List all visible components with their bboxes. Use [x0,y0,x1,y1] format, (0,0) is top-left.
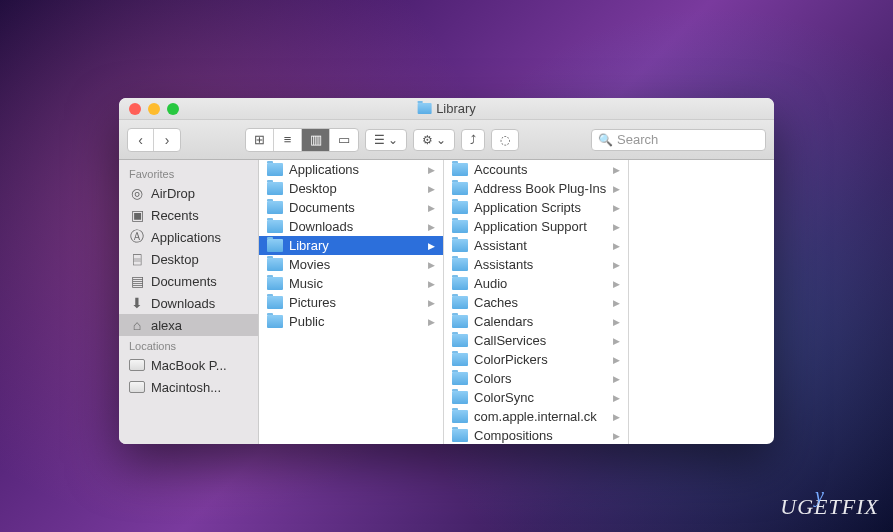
chevron-down-icon: ⌄ [436,133,446,147]
arrange-button[interactable]: ☰ ⌄ [365,129,407,151]
column-item-colors[interactable]: Colors▶ [444,369,628,388]
column-item-music[interactable]: Music▶ [259,274,443,293]
finder-window: Library ‹ › ⊞ ≡ ▥ ▭ ☰ ⌄ ⚙ ⌄ ⤴ ◌ 🔍 [119,98,774,444]
column-item-accounts[interactable]: Accounts▶ [444,160,628,179]
icon-view-button[interactable]: ⊞ [246,129,274,151]
chevron-right-icon: ▶ [428,317,435,327]
folder-icon [267,163,283,176]
column-item-application-scripts[interactable]: Application Scripts▶ [444,198,628,217]
folder-icon [267,258,283,271]
tags-icon: ◌ [500,133,510,147]
folder-icon [267,239,283,252]
folder-icon [452,182,468,195]
chevron-down-icon: ⌄ [388,133,398,147]
chevron-right-icon: ▶ [613,317,620,327]
sidebar-item-alexa[interactable]: ⌂alexa [119,314,258,336]
nav-buttons: ‹ › [127,128,181,152]
back-button[interactable]: ‹ [128,129,154,151]
column-item-desktop[interactable]: Desktop▶ [259,179,443,198]
column-item-label: CallServices [474,333,546,348]
list-view-button[interactable]: ≡ [274,129,302,151]
column-item-calendars[interactable]: Calendars▶ [444,312,628,331]
sidebar-item-desktop[interactable]: ⌸Desktop [119,248,258,270]
chevron-right-icon: ▶ [613,393,620,403]
folder-icon [452,277,468,290]
content-area: Favorites◎AirDrop▣RecentsⒶApplications⌸D… [119,160,774,444]
search-placeholder: Search [617,132,658,147]
column-item-label: ColorSync [474,390,534,405]
column-item-label: Assistants [474,257,533,272]
sidebar-item-applications[interactable]: ⒶApplications [119,226,258,248]
share-button[interactable]: ⤴ [461,129,485,151]
column-item-callservices[interactable]: CallServices▶ [444,331,628,350]
sidebar-item-downloads[interactable]: ⬇Downloads [119,292,258,314]
column-view-button[interactable]: ▥ [302,129,330,151]
chevron-right-icon: ▶ [613,165,620,175]
sidebar-section-header: Favorites [119,164,258,182]
chevron-right-icon: ▶ [428,222,435,232]
column-0: Applications▶Desktop▶Documents▶Downloads… [259,160,444,444]
search-input[interactable]: 🔍 Search [591,129,766,151]
sidebar-item-label: Macintosh... [151,380,221,395]
disk-icon [129,379,145,395]
sidebar-item-macintosh-[interactable]: Macintosh... [119,376,258,398]
sidebar-item-macbook-p-[interactable]: MacBook P... [119,354,258,376]
folder-icon [267,296,283,309]
sidebar-section-header: Locations [119,336,258,354]
action-button[interactable]: ⚙ ⌄ [413,129,455,151]
column-item-application-support[interactable]: Application Support▶ [444,217,628,236]
column-item-label: Music [289,276,323,291]
gallery-view-button[interactable]: ▭ [330,129,358,151]
sidebar-item-documents[interactable]: ▤Documents [119,270,258,292]
titlebar: Library [119,98,774,120]
grid-icon: ⊞ [254,132,265,147]
column-item-label: Documents [289,200,355,215]
column-item-assistant[interactable]: Assistant▶ [444,236,628,255]
column-item-label: Caches [474,295,518,310]
chevron-right-icon: ▶ [613,222,620,232]
chevron-right-icon: ▶ [613,336,620,346]
folder-icon [452,410,468,423]
sidebar-item-airdrop[interactable]: ◎AirDrop [119,182,258,204]
column-item-label: ColorPickers [474,352,548,367]
folder-icon [267,220,283,233]
window-title: Library [417,101,476,116]
column-item-colorpickers[interactable]: ColorPickers▶ [444,350,628,369]
column-item-movies[interactable]: Movies▶ [259,255,443,274]
column-item-assistants[interactable]: Assistants▶ [444,255,628,274]
column-item-downloads[interactable]: Downloads▶ [259,217,443,236]
column-item-address-book-plug-ins[interactable]: Address Book Plug-Ins▶ [444,179,628,198]
column-item-compositions[interactable]: Compositions▶ [444,426,628,444]
chevron-right-icon: ▶ [613,374,620,384]
chevron-right-icon: ▶ [613,431,620,441]
watermark-text: UGETFIX [780,494,879,519]
chevron-right-icon: ▶ [613,184,620,194]
sidebar-item-recents[interactable]: ▣Recents [119,204,258,226]
column-item-audio[interactable]: Audio▶ [444,274,628,293]
column-item-com-apple-internal-ck[interactable]: com.apple.internal.ck▶ [444,407,628,426]
home-icon: ⌂ [129,317,145,333]
zoom-button[interactable] [167,103,179,115]
column-item-library[interactable]: Library▶ [259,236,443,255]
chevron-right-icon: ▶ [428,184,435,194]
column-browser: Applications▶Desktop▶Documents▶Downloads… [259,160,774,444]
column-item-colorsync[interactable]: ColorSync▶ [444,388,628,407]
folder-icon [452,353,468,366]
column-item-documents[interactable]: Documents▶ [259,198,443,217]
column-item-pictures[interactable]: Pictures▶ [259,293,443,312]
disk-icon [129,357,145,373]
folder-icon [267,182,283,195]
folder-icon [452,220,468,233]
column-item-caches[interactable]: Caches▶ [444,293,628,312]
column-item-applications[interactable]: Applications▶ [259,160,443,179]
forward-button[interactable]: › [154,129,180,151]
chevron-right-icon: ▶ [613,279,620,289]
column-item-public[interactable]: Public▶ [259,312,443,331]
close-button[interactable] [129,103,141,115]
tags-button[interactable]: ◌ [491,129,519,151]
column-item-label: Library [289,238,329,253]
chevron-right-icon: ▶ [613,241,620,251]
column-1: Accounts▶Address Book Plug-Ins▶Applicati… [444,160,629,444]
minimize-button[interactable] [148,103,160,115]
applications-icon: Ⓐ [129,229,145,245]
